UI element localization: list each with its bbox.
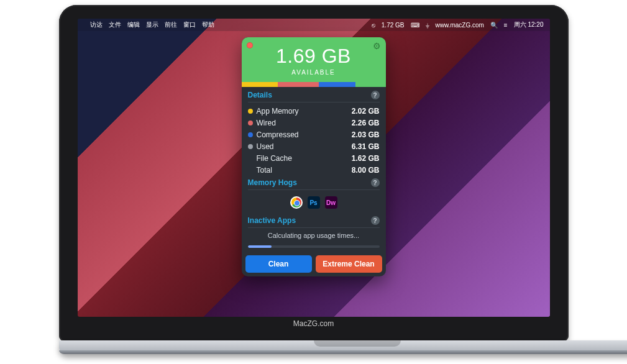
memory-usage-bar xyxy=(242,82,386,87)
dot-compressed xyxy=(248,132,253,137)
usage-segment-wired xyxy=(278,82,319,87)
details-header: Details xyxy=(248,91,272,99)
laptop-branding: MacZG.com xyxy=(78,317,550,329)
memory-hogs-header: Memory Hogs xyxy=(248,178,297,187)
hog-dreamweaver-icon[interactable]: Dw xyxy=(325,196,337,209)
laptop-base xyxy=(59,340,628,354)
menubar-control-center-icon[interactable]: ≡ xyxy=(504,22,508,29)
available-memory-label: AVAILABLE xyxy=(242,69,386,76)
dot-used xyxy=(248,144,253,149)
menu-file[interactable]: 文件 xyxy=(109,20,121,29)
details-help-icon[interactable]: ? xyxy=(371,91,380,99)
value-compressed: 2.03 GB xyxy=(352,130,380,139)
row-wired: Wired 2.26 GB xyxy=(248,117,380,129)
close-button[interactable] xyxy=(247,42,253,48)
menu-view[interactable]: 显示 xyxy=(146,20,158,29)
menubar-site: www.macZG.com xyxy=(436,22,484,29)
row-compressed: Compressed 2.03 GB xyxy=(248,129,380,140)
screen-bezel: 访达 文件 编辑 显示 前往 窗口 帮助 ⎋ 1.72 GB ⌨︎ ⏚ www.… xyxy=(59,5,569,342)
menu-go[interactable]: 前往 xyxy=(165,20,177,29)
laptop-frame: 访达 文件 编辑 显示 前往 窗口 帮助 ⎋ 1.72 GB ⌨︎ ⏚ www.… xyxy=(59,5,569,354)
label-file-cache: File Cache xyxy=(257,154,352,163)
menu-finder[interactable]: 访达 xyxy=(90,20,103,29)
macos-menubar: 访达 文件 编辑 显示 前往 窗口 帮助 ⎋ 1.72 GB ⌨︎ ⏚ www.… xyxy=(78,19,550,31)
dot-wired xyxy=(248,121,253,125)
inactive-progress-bar xyxy=(248,245,380,248)
label-wired: Wired xyxy=(257,119,352,127)
inactive-apps-section: Inactive Apps ? Calculating app usage ti… xyxy=(242,216,386,245)
desktop: 访达 文件 编辑 显示 前往 窗口 帮助 ⎋ 1.72 GB ⌨︎ ⏚ www.… xyxy=(78,19,550,317)
details-section: Details ? App Memory 2.02 GB Wired 2.26 … xyxy=(242,87,386,178)
row-used: Used 6.31 GB xyxy=(248,140,380,152)
hog-chrome-icon[interactable] xyxy=(290,196,303,209)
usage-segment-app-memory xyxy=(242,82,278,87)
inactive-apps-header: Inactive Apps xyxy=(248,216,296,225)
inactive-apps-help-icon[interactable]: ? xyxy=(371,216,380,225)
row-total: Total 8.00 GB xyxy=(248,164,380,176)
menu-edit[interactable]: 编辑 xyxy=(127,20,140,29)
label-app-memory: App Memory xyxy=(257,107,352,116)
menu-help[interactable]: 帮助 xyxy=(202,20,214,29)
settings-gear-icon[interactable]: ⚙ xyxy=(373,41,381,51)
action-buttons: Clean Extreme Clean xyxy=(242,252,386,276)
clean-button[interactable]: Clean xyxy=(245,255,312,273)
memory-hogs-section: Memory Hogs ? Ps Dw xyxy=(242,178,386,216)
value-wired: 2.26 GB xyxy=(352,119,380,127)
usage-segment-available xyxy=(355,82,386,87)
value-used: 6.31 GB xyxy=(352,142,380,151)
menubar-wifi-icon[interactable]: ⏚ xyxy=(426,22,429,29)
value-total: 8.00 GB xyxy=(352,166,380,175)
value-app-memory: 2.02 GB xyxy=(352,107,380,116)
label-total: Total xyxy=(257,166,352,175)
dot-app-memory xyxy=(248,109,253,114)
menubar-clock[interactable]: 周六 12:20 xyxy=(514,20,544,29)
inactive-status-text: Calculating app usage times... xyxy=(248,230,380,243)
menu-window[interactable]: 窗口 xyxy=(183,20,196,29)
menubar-memory-value[interactable]: 1.72 GB xyxy=(382,22,405,29)
memory-clean-widget: ⚙ 1.69 GB AVAILABLE Details ? xyxy=(242,37,386,276)
row-file-cache: File Cache 1.62 GB xyxy=(248,152,380,164)
memory-hero: ⚙ 1.69 GB AVAILABLE xyxy=(242,37,386,82)
menubar-input-icon[interactable]: ⌨︎ xyxy=(411,22,419,29)
value-file-cache: 1.62 GB xyxy=(352,154,380,163)
extreme-clean-button[interactable]: Extreme Clean xyxy=(316,255,382,273)
menubar-spotlight-icon[interactable]: 🔍 xyxy=(490,22,498,29)
usage-segment-compressed xyxy=(319,82,355,87)
available-memory-value: 1.69 GB xyxy=(242,45,386,68)
hog-photoshop-icon[interactable]: Ps xyxy=(308,196,320,209)
label-used: Used xyxy=(257,142,352,151)
label-compressed: Compressed xyxy=(257,130,352,139)
menubar-memory-icon[interactable]: ⎋ xyxy=(372,22,375,29)
row-app-memory: App Memory 2.02 GB xyxy=(248,105,380,117)
memory-hogs-help-icon[interactable]: ? xyxy=(371,178,380,187)
